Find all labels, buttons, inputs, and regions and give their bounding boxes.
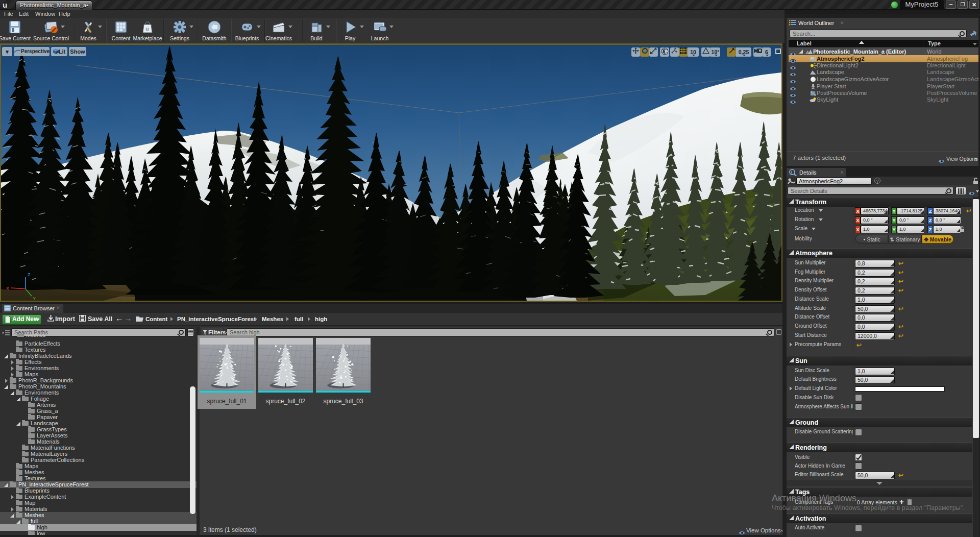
svg-text:u: u [3, 1, 7, 9]
svg-text:Z: Z [28, 272, 31, 277]
svg-text:Y: Y [33, 296, 36, 301]
svg-text:X: X [6, 286, 9, 291]
svg-text:i: i [791, 170, 792, 175]
svg-text:u: u [145, 26, 149, 32]
